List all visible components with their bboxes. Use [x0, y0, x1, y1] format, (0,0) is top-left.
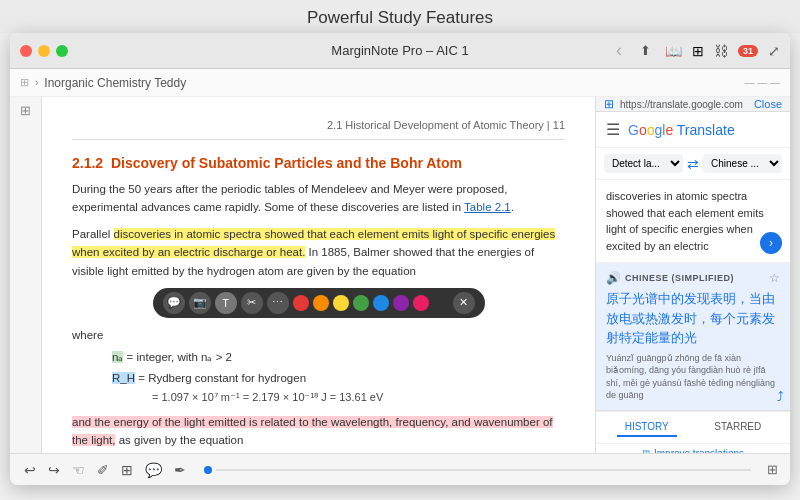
redo-button[interactable]: ↪ — [46, 460, 62, 480]
math-line-1: nₐ = integer, with nₐ > 2 — [112, 348, 565, 366]
main-window: MarginNote Pro – AIC 1 ‹ ⬆ 📖 ⊞ ⛓ 31 ⤢ ⊞ … — [10, 33, 790, 485]
result-text: 原子光谱中的发现表明，当由放电或热激发时，每个元素发射特定能量的光 — [606, 289, 780, 348]
traffic-light-yellow[interactable] — [38, 45, 50, 57]
bottom-bar: ↩ ↪ ☜ ✐ ⊞ 💬 ✒ ⊞ — [10, 453, 790, 485]
book-icon[interactable]: 📖 — [665, 43, 682, 59]
share-button[interactable]: ⬆ — [636, 41, 655, 60]
result-header: 🔊 CHINESE (SIMPLIFIED) ☆ — [606, 271, 780, 285]
star-icon[interactable]: ☆ — [769, 271, 780, 285]
titlebar: MarginNote Pro – AIC 1 ‹ ⬆ 📖 ⊞ ⛓ 31 ⤢ — [10, 33, 790, 69]
translate-icon-small: ⊞ — [604, 97, 614, 111]
titlebar-title: MarginNote Pro – AIC 1 — [331, 43, 468, 58]
annotation-toolbar: 💬 📷 T ✂ ⋯ ✕ — [153, 288, 485, 318]
traffic-lights — [20, 45, 68, 57]
translate-panel: ⊞ https://translate.google.com Close ☰ G… — [595, 97, 790, 453]
grid-tool-button[interactable]: ⊞ — [119, 460, 135, 480]
ann-text-btn[interactable]: T — [215, 292, 237, 314]
document-area: 2.1 Historical Development of Atomic The… — [42, 97, 595, 453]
translate-url: https://translate.google.com — [620, 99, 748, 110]
translate-url-bar: ⊞ https://translate.google.com Close — [596, 97, 790, 112]
color-yellow[interactable] — [333, 295, 349, 311]
badge-count: 31 — [738, 45, 758, 57]
bottom-right-icon[interactable]: ⊞ — [767, 462, 778, 477]
progress-dot — [204, 466, 212, 474]
content-area: ⊞ 2.1 Historical Development of Atomic T… — [10, 97, 790, 453]
result-lang-label: CHINESE (SIMPLIFIED) — [625, 273, 734, 283]
sub-toolbar-actions: — — — — [744, 77, 780, 88]
resize-icon[interactable]: ⤢ — [768, 43, 780, 59]
speech-button[interactable]: 💬 — [143, 460, 164, 480]
color-pink[interactable] — [413, 295, 429, 311]
progress-line — [216, 469, 751, 471]
paragraph-1: During the 50 years after the periodic t… — [72, 180, 565, 217]
math-where-1: where — [72, 326, 565, 344]
translate-lang-bar: Detect la... ⇄ Chinese ... — [596, 148, 790, 180]
grid-icon[interactable]: ⊞ — [692, 43, 704, 59]
sub-toolbar-icon: ⊞ — [20, 76, 29, 89]
paragraph-3: and the energy of the light emitted is r… — [72, 413, 565, 450]
doc-header: 2.1 Historical Development of Atomic The… — [72, 117, 565, 140]
ann-arrow-btn[interactable]: ✕ — [453, 292, 475, 314]
breadcrumb: Inorganic Chemistry Teddy — [44, 76, 186, 90]
top-title-bar: Powerful Study Features — [0, 0, 800, 33]
back-button[interactable]: ‹ — [612, 38, 626, 63]
section-heading: 2.1.2 Discovery of Subatomic Particles a… — [72, 152, 565, 174]
left-sidebar: ⊞ — [10, 97, 42, 453]
undo-button[interactable]: ↩ — [22, 460, 38, 480]
target-lang-select[interactable]: Chinese ... — [703, 154, 782, 173]
traffic-light-red[interactable] — [20, 45, 32, 57]
section-id: 2.1.2 — [72, 155, 103, 171]
starred-tab[interactable]: STARRED — [706, 418, 769, 437]
page-title: Powerful Study Features — [307, 8, 493, 27]
color-orange[interactable] — [313, 295, 329, 311]
eraser-button[interactable]: ✐ — [95, 460, 111, 480]
graph-icon[interactable]: ⛓ — [714, 43, 728, 59]
color-blue[interactable] — [373, 295, 389, 311]
close-button[interactable]: Close — [754, 98, 782, 110]
color-dark[interactable] — [433, 295, 449, 311]
section-title: Discovery of Subatomic Particles and the… — [111, 155, 462, 171]
color-purple[interactable] — [393, 295, 409, 311]
result-romanization: Yuánzǐ guāngpǔ zhōng de fā xiàn biǎomíng… — [606, 352, 780, 402]
ann-comment-btn[interactable]: 💬 — [163, 292, 185, 314]
math-line-2: R_H = Rydberg constant for hydrogen — [112, 369, 565, 387]
ann-more-btn[interactable]: ⋯ — [267, 292, 289, 314]
traffic-light-green[interactable] — [56, 45, 68, 57]
translate-arrow-btn[interactable]: › — [760, 232, 782, 254]
translate-header: ☰ Google Translate — [596, 112, 790, 148]
swap-icon[interactable]: ⇄ — [687, 156, 699, 172]
speaker-icon[interactable]: 🔊 — [606, 271, 621, 285]
share-icon[interactable]: ⤴ — [777, 389, 784, 404]
translate-result: 🔊 CHINESE (SIMPLIFIED) ☆ 原子光谱中的发现表明，当由放电… — [596, 263, 790, 411]
bottom-spacer — [196, 466, 759, 474]
pen-button[interactable]: ✒ — [172, 460, 188, 480]
table-link[interactable]: Table 2.1 — [464, 201, 511, 213]
improve-link[interactable]: ⊞ Improve translations — [596, 443, 790, 453]
paragraph-2: Parallel discoveries in atomic spectra s… — [72, 225, 565, 280]
hamburger-icon[interactable]: ☰ — [606, 120, 620, 139]
translate-footer-tabs: HISTORY STARRED — [596, 411, 790, 443]
translate-source-text: discoveries in atomic spectra showed tha… — [596, 180, 790, 263]
google-translate-title: Google Translate — [628, 122, 735, 138]
source-lang-select[interactable]: Detect la... — [604, 154, 683, 173]
titlebar-right: ‹ ⬆ 📖 ⊞ ⛓ 31 ⤢ — [612, 38, 780, 63]
color-green[interactable] — [353, 295, 369, 311]
ann-camera-btn[interactable]: 📷 — [189, 292, 211, 314]
ann-cut-btn[interactable]: ✂ — [241, 292, 263, 314]
sidebar-icon-grid[interactable]: ⊞ — [20, 103, 31, 118]
sub-toolbar-caret: › — [35, 77, 38, 88]
source-text-content: discoveries in atomic spectra showed tha… — [606, 190, 764, 252]
history-tab[interactable]: HISTORY — [617, 418, 677, 437]
sub-toolbar: ⊞ › Inorganic Chemistry Teddy — — — — [10, 69, 790, 97]
hand-tool-button[interactable]: ☜ — [70, 460, 87, 480]
math-line-3: = 1.097 × 10⁷ m⁻¹ = 2.179 × 10⁻¹⁸ J = 13… — [152, 389, 565, 407]
color-red[interactable] — [293, 295, 309, 311]
